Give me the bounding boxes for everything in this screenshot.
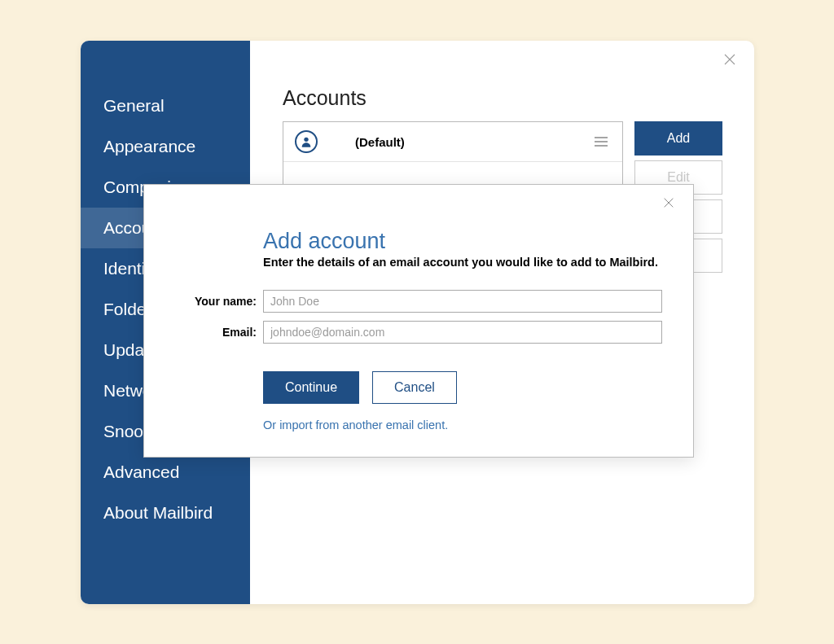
add-account-dialog: Add account Enter the details of an emai… bbox=[143, 184, 694, 458]
add-button[interactable]: Add bbox=[634, 121, 722, 156]
continue-button[interactable]: Continue bbox=[263, 371, 359, 404]
email-input[interactable] bbox=[263, 321, 662, 344]
name-input[interactable] bbox=[263, 290, 662, 313]
import-link[interactable]: Or import from another email client. bbox=[263, 418, 662, 432]
close-icon[interactable] bbox=[662, 196, 678, 212]
email-label: Email: bbox=[175, 326, 257, 339]
dialog-subtitle: Enter the details of an email account yo… bbox=[263, 256, 662, 269]
sidebar-item-general[interactable]: General bbox=[81, 85, 250, 126]
person-icon bbox=[295, 130, 318, 153]
account-name: (Default) bbox=[355, 135, 405, 149]
name-label: Your name: bbox=[175, 295, 257, 308]
svg-point-0 bbox=[304, 138, 308, 142]
sidebar-item-advanced[interactable]: Advanced bbox=[81, 452, 250, 493]
dialog-title: Add account bbox=[263, 229, 662, 254]
cancel-button[interactable]: Cancel bbox=[372, 371, 457, 404]
page-title: Accounts bbox=[283, 86, 722, 110]
sidebar-item-about[interactable]: About Mailbird bbox=[81, 493, 250, 533]
sidebar-item-appearance[interactable]: Appearance bbox=[81, 126, 250, 167]
account-row[interactable]: (Default) bbox=[283, 122, 622, 162]
close-icon[interactable] bbox=[722, 52, 740, 70]
drag-handle-icon[interactable] bbox=[591, 134, 611, 150]
